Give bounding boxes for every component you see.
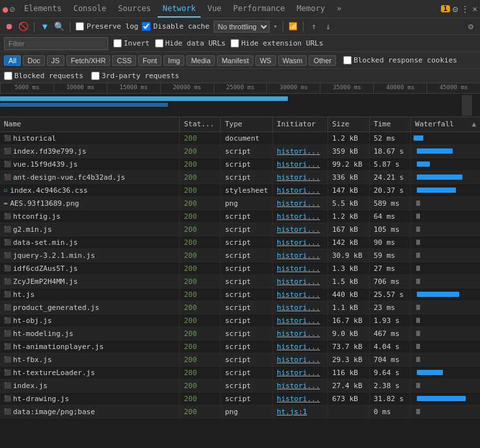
type-btn-fetch-xhr[interactable]: Fetch/XHR <box>66 55 111 66</box>
hide-ext-urls-label[interactable]: Hide extension URLs <box>231 39 323 48</box>
table-row[interactable]: ⬛data:image/png;base200pnght.js:10 ms <box>0 405 480 418</box>
type-btn-css[interactable]: CSS <box>112 55 136 66</box>
type-btn-manifest[interactable]: Manifest <box>217 55 253 66</box>
col-header-size[interactable]: Size <box>328 117 369 132</box>
type-btn-other[interactable]: Other <box>309 55 336 66</box>
disable-cache-label[interactable]: Disable cache <box>142 22 209 31</box>
cell-status: 200 <box>180 301 221 314</box>
col-header-name[interactable]: Name <box>0 117 180 132</box>
table-row[interactable]: ⬛ht.js200scripthistori...440 kB25.57 s <box>0 288 480 301</box>
tab-memory[interactable]: Memory <box>292 0 330 18</box>
table-row[interactable]: ⬛ht-modeling.js200scripthistori...9.0 kB… <box>0 327 480 340</box>
col-header-initiator[interactable]: Initiator <box>273 117 328 132</box>
cell-waterfall <box>411 327 480 340</box>
tab-vue[interactable]: Vue <box>202 0 227 18</box>
table-row[interactable]: ⬛index.js200scripthistori...27.4 kB2.38 … <box>0 379 480 392</box>
type-btn-font[interactable]: Font <box>138 55 162 66</box>
blocked-cookies-label[interactable]: Blocked response cookies <box>343 56 457 64</box>
disable-cache-checkbox[interactable] <box>142 22 150 31</box>
blocked-requests-label[interactable]: Blocked requests <box>4 72 83 80</box>
tab-more[interactable]: » <box>332 0 346 18</box>
cell-time: 25.57 s <box>369 288 411 301</box>
type-btn-wasm[interactable]: Wasm <box>278 55 307 66</box>
blocked-requests-checkbox[interactable] <box>4 72 12 80</box>
third-party-checkbox[interactable] <box>91 72 100 80</box>
throttle-select[interactable]: No throttling Fast 3G Slow 3G Offline <box>214 21 270 33</box>
table-row[interactable]: ⬛ant-design-vue.fc4b32ad.js200scripthist… <box>0 171 480 184</box>
download-icon[interactable]: ↓ <box>323 21 333 32</box>
hide-data-urls-checkbox[interactable] <box>155 39 163 48</box>
close-devtools-icon[interactable]: ✕ <box>472 4 477 14</box>
settings-icon[interactable]: ⚙ <box>453 4 458 14</box>
col-header-waterfall[interactable]: Waterfall ▲ <box>411 117 480 132</box>
blocked-cookies-checkbox[interactable] <box>343 56 352 64</box>
col-header-status[interactable]: Stat... <box>180 117 221 132</box>
preserve-log-label[interactable]: Preserve log <box>76 22 138 31</box>
cell-initiator: histori... <box>273 314 328 327</box>
table-row[interactable]: ⬛jquery-3.2.1.min.js200scripthistori...3… <box>0 249 480 262</box>
search-network-icon[interactable]: 🔍 <box>54 21 64 32</box>
cell-waterfall <box>411 210 480 223</box>
table-row[interactable]: ▬AES.93f13689.png200pnghistori...5.5 kB5… <box>0 197 480 210</box>
filter-bar: Invert Hide data URLs Hide extension URL… <box>0 35 480 52</box>
tab-elements[interactable]: Elements <box>19 0 67 18</box>
upload-icon[interactable]: ↑ <box>309 21 319 32</box>
clear-network-icon[interactable]: 🚫 <box>18 21 29 32</box>
table-row[interactable]: ⬛data-set.min.js200scripthistori...142 k… <box>0 236 480 249</box>
network-table-wrapper[interactable]: Name Stat... Type Initiator Size Time Wa… <box>0 117 480 448</box>
table-row[interactable]: ⬛ht-animationplayer.js200scripthistori..… <box>0 340 480 353</box>
tab-console[interactable]: Console <box>68 0 112 18</box>
cell-type: script <box>221 288 273 301</box>
cell-initiator: histori... <box>273 210 328 223</box>
col-header-type[interactable]: Type <box>221 117 273 132</box>
table-row[interactable]: ⬛idf6cdZAus5T.js200scripthistori...1.3 k… <box>0 262 480 275</box>
type-btn-ws[interactable]: WS <box>255 55 276 66</box>
table-row[interactable]: ⬛ht-drawing.js200scripthistori...673 kB3… <box>0 392 480 405</box>
table-row[interactable]: ⬛ht-textureLoader.js200scripthistori...1… <box>0 366 480 379</box>
cell-status: 200 <box>180 236 221 249</box>
hide-ext-urls-checkbox[interactable] <box>231 39 239 48</box>
preserve-log-checkbox[interactable] <box>76 22 84 31</box>
type-btn-js[interactable]: JS <box>47 55 64 66</box>
filter-network-icon[interactable]: ▼ <box>40 21 50 32</box>
cell-waterfall <box>411 145 480 158</box>
table-row[interactable]: ⬛ZcyJEmP2H4MM.js200scripthistori...1.5 k… <box>0 275 480 288</box>
table-row[interactable]: ⬛ht-obj.js200scripthistori...16.7 kB1.93… <box>0 314 480 327</box>
table-row[interactable]: ⬛ht-fbx.js200scripthistori...29.3 kB704 … <box>0 353 480 366</box>
cell-waterfall <box>411 288 480 301</box>
more-options-icon[interactable]: ⋮ <box>460 4 470 14</box>
type-btn-media[interactable]: Media <box>186 55 215 66</box>
type-btn-doc[interactable]: Doc <box>23 55 45 66</box>
type-btn-all[interactable]: All <box>4 55 21 66</box>
cell-time: 20.37 s <box>369 184 411 197</box>
network-table: Name Stat... Type Initiator Size Time Wa… <box>0 117 480 419</box>
network-settings-icon[interactable]: ⚙ <box>466 21 476 32</box>
table-row[interactable]: ⬛vue.15f9d439.js200scripthistori...99.2 … <box>0 158 480 171</box>
record-network-icon[interactable]: ⏺ <box>4 21 14 32</box>
circle-icon[interactable]: ⊘ <box>9 4 14 14</box>
record-icon[interactable]: ● <box>3 4 8 14</box>
invert-checkbox[interactable] <box>113 39 122 48</box>
cell-initiator: histori... <box>273 379 328 392</box>
table-row[interactable]: ⬛historical200document1.2 kB52 ms <box>0 132 480 145</box>
invert-checkbox-label[interactable]: Invert <box>113 39 150 48</box>
table-row[interactable]: ⬛g2.min.js200scripthistori...167 kB105 m… <box>0 223 480 236</box>
tab-performance[interactable]: Performance <box>228 0 290 18</box>
third-party-label[interactable]: 3rd-party requests <box>91 72 179 80</box>
cell-size: 673 kB <box>328 392 369 405</box>
table-row[interactable]: ⬛index.fd39e799.js200scripthistori...359… <box>0 145 480 158</box>
throttle-dropdown-icon[interactable]: ▾ <box>274 22 278 31</box>
table-row[interactable]: ⬛htconfig.js200scripthistori...1.2 kB64 … <box>0 210 480 223</box>
col-header-time[interactable]: Time <box>369 117 411 132</box>
table-row[interactable]: ☑index.4c946c36.css200stylesheethistori.… <box>0 184 480 197</box>
cell-waterfall <box>411 366 480 379</box>
cell-name: ▬AES.93f13689.png <box>0 197 180 210</box>
tab-network[interactable]: Network <box>158 0 201 18</box>
type-btn-img[interactable]: Img <box>163 55 184 66</box>
table-row[interactable]: ⬛product_generated.js200scripthistori...… <box>0 301 480 314</box>
filter-input[interactable] <box>4 37 108 50</box>
cell-status: 200 <box>180 327 221 340</box>
hide-data-urls-label[interactable]: Hide data URLs <box>155 39 226 48</box>
cell-waterfall <box>411 236 480 249</box>
tab-sources[interactable]: Sources <box>113 0 156 18</box>
